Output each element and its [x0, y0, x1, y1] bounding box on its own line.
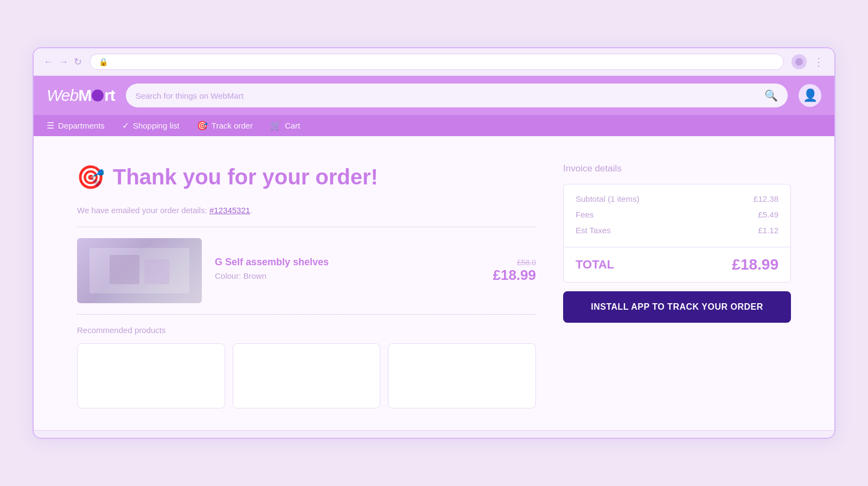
forward-button[interactable]: → — [59, 57, 68, 67]
search-input[interactable] — [136, 91, 759, 100]
nav-shopping-list[interactable]: ✓ Shopping list — [122, 120, 180, 131]
user-icon: 👤 — [803, 88, 818, 103]
profile-circle-button[interactable] — [792, 54, 807, 69]
nav-cart[interactable]: 🛒 Cart — [270, 120, 300, 131]
browser-right: ⋮ — [792, 54, 825, 69]
back-button[interactable]: ← — [43, 57, 53, 67]
browser-window: ← → ↻ 🔒 ⋮ WebMrt 🔍 👤 — [33, 47, 835, 439]
fees-line: Fees £5.49 — [576, 210, 778, 219]
email-note: We have emailed your order details: #123… — [77, 206, 536, 215]
fees-label: Fees — [576, 210, 593, 219]
nav-track-order[interactable]: 🎯 Track order — [197, 120, 253, 131]
search-button[interactable]: 🔍 — [764, 89, 778, 102]
right-panel: Invoice details Subtotal (1 items) £12.3… — [563, 163, 791, 408]
divider-bottom — [77, 314, 536, 315]
circle-icon — [795, 58, 803, 66]
departments-label: Departments — [58, 121, 105, 130]
address-bar[interactable]: 🔒 — [90, 54, 784, 70]
product-info: G Self assembly shelves Colour: Brown — [215, 257, 480, 285]
divider-top — [77, 227, 536, 227]
nav-departments[interactable]: ☰ Departments — [47, 120, 105, 131]
invoice-box: Subtotal (1 items) £12.38 Fees £5.49 Est… — [563, 184, 791, 283]
total-amount: £18.99 — [732, 256, 778, 273]
install-app-button[interactable]: INSTALL APP TO TRACK YOUR ORDER — [563, 291, 791, 323]
refresh-button[interactable]: ↻ — [74, 57, 82, 67]
est-taxes-value: £1.12 — [758, 226, 778, 235]
order-success-icon: 🎯 — [77, 163, 104, 190]
menu-icon: ☰ — [47, 120, 54, 131]
email-note-suffix: . — [250, 206, 252, 215]
browser-footer — [34, 430, 834, 438]
recommended-grid — [77, 343, 536, 408]
invoice-total: TOTAL £18.99 — [564, 247, 790, 282]
original-price: £58.0 — [493, 258, 536, 267]
rec-item-3 — [388, 343, 536, 408]
thank-you-heading: 🎯 Thank you for your order! — [77, 163, 536, 190]
subtotal-label: Subtotal (1 items) — [576, 194, 640, 203]
subtotal-line: Subtotal (1 items) £12.38 — [576, 194, 778, 203]
more-options-button[interactable]: ⋮ — [813, 55, 825, 68]
shelf-illustration — [90, 248, 189, 293]
invoice-lines: Subtotal (1 items) £12.38 Fees £5.49 Est… — [564, 184, 790, 247]
track-order-label: Track order — [212, 121, 253, 130]
checkmark-icon: ✓ — [122, 120, 129, 131]
product-image — [77, 238, 202, 303]
cart-label: Cart — [285, 121, 300, 130]
shopping-list-label: Shopping list — [133, 121, 180, 130]
app-header: WebMrt 🔍 👤 — [34, 76, 834, 115]
left-panel: 🎯 Thank you for your order! We have emai… — [77, 163, 536, 408]
order-number-link[interactable]: #12345321 — [209, 206, 250, 215]
rec-item-2 — [233, 343, 381, 408]
product-name: G Self assembly shelves — [215, 257, 480, 268]
search-icon: 🔍 — [764, 89, 778, 101]
product-color: Colour: Brown — [215, 271, 480, 280]
cart-icon: 🛒 — [270, 120, 281, 131]
product-row: G Self assembly shelves Colour: Brown £5… — [77, 238, 536, 303]
fees-value: £5.49 — [758, 210, 778, 219]
email-note-prefix: We have emailed your order details: — [77, 206, 209, 215]
est-taxes-line: Est Taxes £1.12 — [576, 226, 778, 235]
total-label: TOTAL — [576, 258, 614, 272]
invoice-title: Invoice details — [563, 163, 791, 174]
nav-bar: ☰ Departments ✓ Shopping list 🎯 Track or… — [34, 115, 834, 136]
subtotal-value: £12.38 — [754, 194, 778, 203]
sale-price: £18.99 — [493, 267, 536, 283]
lock-icon: 🔒 — [99, 57, 108, 66]
search-bar-container: 🔍 — [126, 84, 788, 107]
recommended-title: Recommended products — [77, 325, 536, 335]
thank-you-text: Thank you for your order! — [113, 165, 378, 189]
product-image-inner — [77, 238, 202, 303]
est-taxes-label: Est Taxes — [576, 226, 611, 235]
logo: WebMrt — [47, 86, 115, 105]
browser-controls: ← → ↻ — [43, 57, 82, 67]
user-avatar-button[interactable]: 👤 — [799, 84, 821, 107]
main-content: 🎯 Thank you for your order! We have emai… — [34, 136, 834, 430]
product-price-wrap: £58.0 £18.99 — [493, 258, 536, 284]
browser-bar: ← → ↻ 🔒 ⋮ — [34, 48, 834, 76]
rec-item-1 — [77, 343, 225, 408]
target-icon: 🎯 — [197, 120, 208, 131]
